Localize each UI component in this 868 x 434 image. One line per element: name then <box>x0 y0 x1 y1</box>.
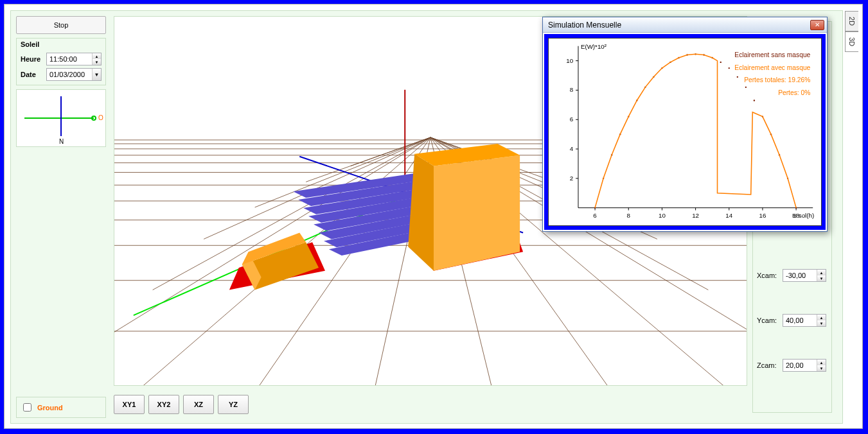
date-dropdown-icon[interactable]: ▼ <box>92 69 101 80</box>
svg-text:14: 14 <box>725 212 732 219</box>
svg-text:8: 8 <box>627 212 630 219</box>
svg-text:Eclairement sans masque: Eclairement sans masque <box>734 51 810 58</box>
svg-point-98 <box>729 67 730 69</box>
date-input[interactable]: 01/03/2000 ▼ <box>46 68 102 81</box>
svg-text:12: 12 <box>692 212 699 219</box>
soleil-group: Soleil Heure 11:50:00 ▲ ▼ Date 01/03/200… <box>16 38 106 85</box>
svg-text:8: 8 <box>570 86 573 93</box>
tab-2d[interactable]: 2D <box>845 11 858 31</box>
side-tabs: 2D 3D <box>845 11 862 52</box>
svg-text:6: 6 <box>570 116 573 123</box>
view-xz-button[interactable]: XZ <box>183 395 214 414</box>
heure-value: 11:50:00 <box>47 55 92 63</box>
svg-text:10: 10 <box>566 57 573 64</box>
compass-o-label: O <box>98 114 103 121</box>
view-xy1-button[interactable]: XY1 <box>114 395 145 414</box>
simulation-title: Simulation Mensuelle <box>548 21 810 30</box>
simulation-window: Simulation Mensuelle ✕ 24681068101214161… <box>542 17 828 232</box>
zcam-value: 20,00 <box>783 361 817 369</box>
close-icon[interactable]: ✕ <box>810 20 824 30</box>
date-value: 01/03/2000 <box>47 71 92 78</box>
svg-point-99 <box>737 76 738 78</box>
zcam-input[interactable]: 20,00 ▲▼ <box>783 359 826 372</box>
ground-label: Ground <box>37 404 63 412</box>
ground-checkbox[interactable] <box>23 403 31 412</box>
svg-point-101 <box>754 100 755 101</box>
svg-text:10: 10 <box>659 212 666 219</box>
svg-text:2: 2 <box>570 175 573 182</box>
svg-marker-51 <box>434 155 520 271</box>
heure-spin-down[interactable]: ▼ <box>93 59 101 65</box>
stop-button[interactable]: Stop <box>16 16 106 34</box>
xcam-label: Xcam: <box>757 272 780 279</box>
tab-3d[interactable]: 3D <box>845 31 858 52</box>
heure-label: Heure <box>21 55 44 63</box>
view-xy2-button[interactable]: XY2 <box>148 395 179 414</box>
svg-text:H sol(h): H sol(h) <box>792 212 814 219</box>
svg-text:4: 4 <box>570 145 574 152</box>
ycam-value: 40,00 <box>783 317 817 324</box>
ground-row: Ground <box>16 397 106 418</box>
svg-text:Pertes totales: 19.26%: Pertes totales: 19.26% <box>744 76 810 83</box>
svg-text:E(W)*10²: E(W)*10² <box>581 43 607 50</box>
spin-down-icon[interactable]: ▼ <box>817 365 826 371</box>
simulation-chart: 246810681012141618E(W)*10²H sol(h)Eclair… <box>548 38 822 226</box>
xcam-input[interactable]: -30,00 ▲▼ <box>783 269 826 282</box>
compass: O N <box>16 89 106 147</box>
ycam-input[interactable]: 40,00 ▲▼ <box>783 314 826 327</box>
view-yz-button[interactable]: YZ <box>218 395 249 414</box>
ycam-label: Ycam: <box>757 317 780 324</box>
svg-marker-53 <box>408 154 434 271</box>
spin-up-icon[interactable]: ▲ <box>817 360 826 365</box>
svg-text:Eclairement avec masque: Eclairement avec masque <box>734 64 810 71</box>
spin-down-icon[interactable]: ▼ <box>817 275 826 281</box>
svg-text:6: 6 <box>593 212 596 219</box>
zcam-label: Zcam: <box>757 361 780 369</box>
soleil-title: Soleil <box>21 39 102 50</box>
svg-point-97 <box>720 62 722 63</box>
date-label: Date <box>21 71 44 78</box>
svg-text:16: 16 <box>759 212 766 219</box>
spin-up-icon[interactable]: ▲ <box>817 270 826 275</box>
svg-text:Pertes: 0%: Pertes: 0% <box>778 89 810 96</box>
heure-input[interactable]: 11:50:00 ▲ ▼ <box>46 53 102 65</box>
svg-point-100 <box>745 87 747 88</box>
heure-spin-up[interactable]: ▲ <box>93 53 101 59</box>
spin-up-icon[interactable]: ▲ <box>817 315 826 320</box>
compass-n-label: N <box>59 138 64 145</box>
spin-down-icon[interactable]: ▼ <box>817 320 826 326</box>
xcam-value: -30,00 <box>783 272 817 279</box>
simulation-title-bar[interactable]: Simulation Mensuelle ✕ <box>543 17 827 33</box>
